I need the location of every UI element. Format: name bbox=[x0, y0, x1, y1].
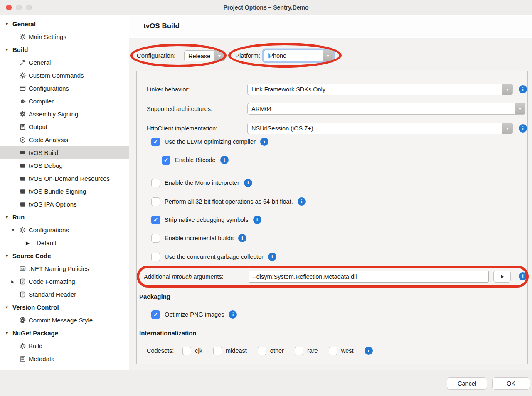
sidebar-item-tvos-bundle-signing[interactable]: tvOS Bundle Signing bbox=[0, 185, 129, 198]
codeset-mideast-label: mideast bbox=[226, 347, 247, 354]
sidebar-item-label: Output bbox=[29, 123, 47, 130]
appletv-icon bbox=[19, 201, 26, 208]
sidebar-item-standard-header[interactable]: #Standard Header bbox=[0, 288, 129, 301]
sidebar-item-version-control[interactable]: ▼Version Control bbox=[0, 301, 129, 314]
sidebar-item-label: NuGet Package bbox=[12, 330, 58, 337]
info-icon[interactable]: i bbox=[253, 216, 261, 224]
cancel-button[interactable]: Cancel bbox=[447, 377, 487, 390]
chevron-down-icon[interactable]: ▼ bbox=[5, 305, 12, 310]
sidebar-item-label: Compiler bbox=[29, 98, 54, 105]
sidebar-item-compiler[interactable]: Compiler bbox=[0, 95, 129, 108]
enable-bitcode-checkbox[interactable]: ✓ bbox=[162, 156, 170, 165]
chevron-down-icon[interactable]: ▼ bbox=[5, 215, 12, 219]
expand-arguments-button[interactable] bbox=[493, 271, 511, 283]
perform-all-32-bit-float-operations-as-6-checkbox[interactable] bbox=[151, 197, 160, 206]
info-icon[interactable]: i bbox=[519, 124, 527, 133]
info-icon[interactable]: i bbox=[298, 197, 306, 206]
circle-dot-icon bbox=[19, 136, 26, 143]
codeset-other-checkbox[interactable] bbox=[258, 347, 266, 355]
sidebar-item-build[interactable]: Build bbox=[0, 339, 129, 352]
chevron-down-icon[interactable] bbox=[515, 103, 525, 114]
sidebar-item-general[interactable]: General bbox=[0, 56, 129, 69]
info-icon[interactable]: i bbox=[519, 85, 527, 93]
use-the-llvm-optimizing-compiler-checkbox[interactable]: ✓ bbox=[151, 138, 160, 146]
appletv-icon bbox=[19, 162, 26, 169]
sidebar-item-tvos-build[interactable]: tvOS Build bbox=[0, 146, 129, 159]
checkbox-row-enable-the-mono-interpreter: Enable the Mono interpreteri bbox=[151, 177, 252, 189]
sidebar-item-nuget-package[interactable]: ▼NuGet Package bbox=[0, 327, 129, 339]
sidebar-item-assembly-signing[interactable]: Assembly Signing bbox=[0, 108, 129, 121]
robot-icon bbox=[19, 98, 26, 105]
sidebar-item-general[interactable]: ▼General bbox=[0, 17, 129, 30]
sidebar-item-tvos-ipa-options[interactable]: tvOS IPA Options bbox=[0, 198, 129, 211]
httpclient-implementation-dropdown[interactable]: NSUrlSession (iOS 7+) bbox=[247, 123, 513, 134]
platform-dropdown[interactable]: iPhone bbox=[264, 50, 333, 61]
chevron-down-icon[interactable] bbox=[214, 51, 224, 61]
chevron-down-icon[interactable]: ▼ bbox=[5, 22, 12, 26]
use-the-concurrent-garbage-collector-checkbox[interactable] bbox=[151, 253, 160, 261]
sidebar-item-tvos-debug[interactable]: tvOS Debug bbox=[0, 159, 129, 172]
optimize-png-images-checkbox[interactable]: ✓ bbox=[151, 310, 160, 319]
chevron-right-icon[interactable]: ▶ bbox=[11, 280, 19, 284]
info-icon[interactable]: i bbox=[220, 156, 229, 164]
appletv-icon bbox=[19, 149, 26, 156]
sidebar-item-main-settings[interactable]: Main Settings bbox=[0, 30, 129, 43]
enable-incremental-builds-checkbox[interactable] bbox=[151, 234, 160, 243]
codeset-rare-checkbox[interactable] bbox=[295, 347, 303, 355]
info-icon[interactable]: i bbox=[268, 253, 276, 261]
sidebar-item-label: Configurations bbox=[29, 85, 69, 92]
sidebar-item-configurations[interactable]: Configurations bbox=[0, 82, 129, 95]
chevron-down-icon[interactable] bbox=[323, 50, 333, 61]
chevron-down-icon[interactable] bbox=[502, 84, 512, 95]
supported-architectures-dropdown[interactable]: ARM64 bbox=[247, 103, 525, 115]
sidebar-item-net-naming-policies[interactable]: AB.NET Naming Policies bbox=[0, 262, 129, 275]
play-icon bbox=[501, 275, 504, 279]
codeset-cjk-checkbox[interactable] bbox=[182, 347, 191, 355]
sidebar-item-configurations[interactable]: ▼Configurations bbox=[0, 224, 129, 236]
sidebar-item-output[interactable]: Output bbox=[0, 121, 129, 133]
sidebar-item-label: Configurations bbox=[29, 226, 69, 234]
chevron-down-icon[interactable] bbox=[502, 123, 512, 134]
codeset-west-checkbox[interactable] bbox=[329, 347, 337, 355]
info-icon[interactable]: i bbox=[229, 310, 237, 319]
sidebar-item-metadata[interactable]: Metadata bbox=[0, 352, 129, 365]
enable-the-mono-interpreter-label: Enable the Mono interpreter bbox=[165, 180, 239, 186]
linker-behavior-dropdown[interactable]: Link Framework SDKs Only bbox=[247, 84, 513, 95]
appletv-icon bbox=[19, 188, 26, 195]
mtouch-arguments-input[interactable]: --dlsym:System.Reflection.Metadata.dll bbox=[249, 271, 489, 283]
info-icon[interactable]: i bbox=[260, 138, 268, 146]
sidebar-item-label: Commit Message Style bbox=[29, 317, 93, 324]
sidebar-item-run[interactable]: ▼Run bbox=[0, 211, 129, 224]
chevron-down-icon[interactable]: ▼ bbox=[5, 331, 12, 335]
chevron-down-icon[interactable]: ▼ bbox=[5, 48, 12, 52]
chevron-down-icon[interactable]: ▼ bbox=[11, 228, 19, 232]
info-icon[interactable]: i bbox=[244, 179, 252, 187]
sidebar-item-custom-commands[interactable]: Custom Commands bbox=[0, 69, 129, 82]
sidebar-item-tvos-on-demand-resources[interactable]: tvOS On-Demand Resources bbox=[0, 172, 129, 185]
info-icon[interactable]: i bbox=[519, 272, 527, 280]
sidebar-item-code-formatting[interactable]: ▶Code Formatting bbox=[0, 275, 129, 288]
configuration-dropdown[interactable]: Release bbox=[184, 50, 225, 61]
sidebar-item-label: Build bbox=[12, 46, 28, 53]
codeset-other-label: other bbox=[270, 347, 284, 354]
mtouch-arguments-label: Additional mtouch arguments: bbox=[144, 271, 224, 283]
info-icon[interactable]: i bbox=[365, 347, 373, 355]
sidebar-item-label: tvOS IPA Options bbox=[29, 201, 77, 208]
strip-native-debugging-symbols-checkbox[interactable]: ✓ bbox=[151, 216, 160, 224]
sidebar-item-build[interactable]: ▼Build bbox=[0, 43, 129, 56]
sidebar-item-default[interactable]: ▶Default bbox=[0, 236, 129, 249]
chevron-down-icon[interactable]: ▼ bbox=[5, 254, 12, 258]
sidebar-item-commit-message-style[interactable]: Commit Message Style bbox=[0, 314, 129, 327]
doc-lines-icon bbox=[19, 123, 26, 130]
sidebar-item-code-analysis[interactable]: Code Analysis bbox=[0, 133, 129, 146]
codeset-mideast-checkbox[interactable] bbox=[213, 347, 222, 355]
enable-bitcode-label: Enable Bitcode bbox=[175, 157, 216, 163]
hammer-icon bbox=[19, 59, 26, 66]
enable-the-mono-interpreter-checkbox[interactable] bbox=[151, 179, 160, 187]
use-the-concurrent-garbage-collector-label: Use the concurrent garbage collector bbox=[165, 253, 264, 260]
info-icon[interactable]: i bbox=[238, 234, 246, 242]
use-the-llvm-optimizing-compiler-label: Use the LLVM optimizing compiler bbox=[165, 138, 256, 145]
sidebar-item-label: tvOS On-Demand Resources bbox=[29, 175, 110, 182]
ok-button[interactable]: OK bbox=[492, 377, 530, 390]
sidebar-item-source-code[interactable]: ▼Source Code bbox=[0, 249, 129, 262]
